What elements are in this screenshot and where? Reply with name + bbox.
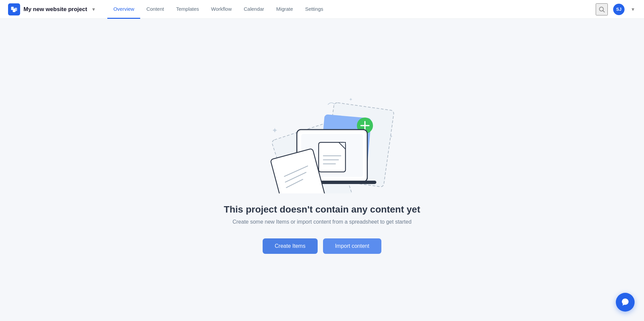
nav-item-workflow[interactable]: Workflow — [205, 0, 237, 19]
nav-item-content[interactable]: Content — [140, 0, 170, 19]
nav-item-overview[interactable]: Overview — [107, 0, 141, 19]
svg-rect-20 — [319, 142, 345, 172]
svg-line-4 — [603, 11, 604, 12]
project-dropdown-icon[interactable]: ▾ — [91, 6, 97, 12]
main-nav: Overview Content Templates Workflow Cale… — [107, 0, 596, 19]
avatar-dropdown-icon[interactable]: ▾ — [630, 6, 636, 12]
create-items-button[interactable]: Create Items — [263, 238, 318, 254]
app-header: My new website project ▾ Overview Conten… — [0, 0, 644, 19]
logo-area: My new website project ▾ — [8, 3, 97, 15]
empty-state-title: This project doesn't contain any content… — [224, 204, 420, 215]
import-content-button[interactable]: Import content — [323, 238, 381, 254]
action-buttons: Create Items Import content — [263, 238, 381, 254]
chat-support-button[interactable] — [616, 293, 635, 312]
header-right: SJ ▾ — [596, 3, 636, 15]
project-name-label: My new website project — [23, 6, 87, 13]
empty-state-illustration: ✦ ✦ ✦ ✦ — [245, 86, 399, 193]
svg-point-3 — [599, 7, 603, 11]
svg-rect-2 — [13, 9, 15, 12]
main-content: ✦ ✦ ✦ ✦ — [0, 19, 644, 321]
nav-item-migrate[interactable]: Migrate — [270, 0, 299, 19]
svg-text:✦: ✦ — [272, 126, 278, 135]
avatar[interactable]: SJ — [613, 4, 625, 15]
nav-item-templates[interactable]: Templates — [170, 0, 205, 19]
empty-state-subtitle: Create some new Items or import content … — [232, 219, 412, 225]
svg-text:✦: ✦ — [349, 97, 353, 102]
nav-item-calendar[interactable]: Calendar — [238, 0, 270, 19]
nav-item-settings[interactable]: Settings — [299, 0, 329, 19]
app-logo-icon — [8, 3, 20, 15]
search-button[interactable] — [596, 3, 608, 15]
